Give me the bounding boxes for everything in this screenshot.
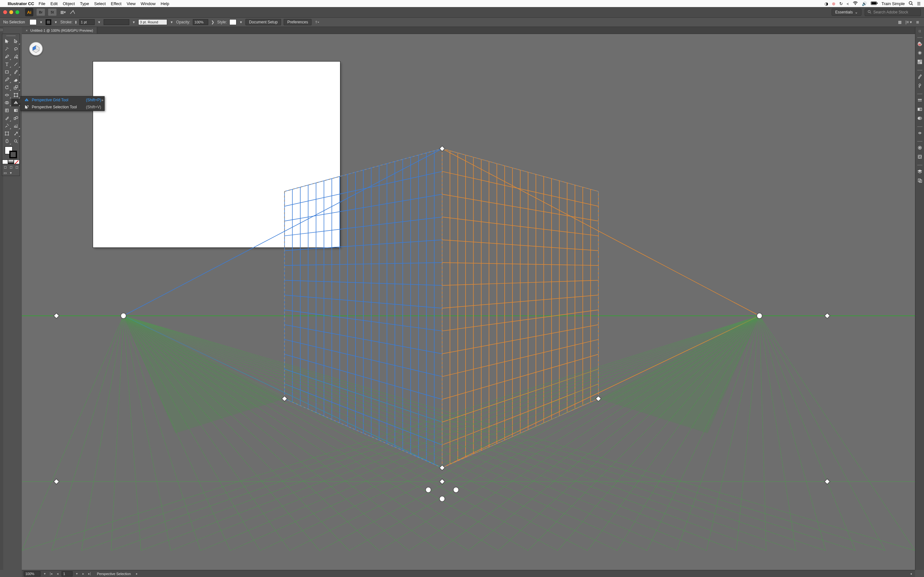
opacity-dropdown[interactable]: ❯ [211,20,215,24]
stroke-color-icon[interactable] [9,151,17,158]
stroke-weight-input[interactable]: 1 pt [79,19,95,25]
preferences-button[interactable]: Preferences [284,19,312,25]
stock-launcher-icon[interactable]: St [48,9,57,16]
svg-point-15 [14,96,15,97]
lasso-tool[interactable] [11,45,20,53]
svg-line-90 [442,263,445,266]
blend-tool[interactable] [11,114,20,122]
flyout-item-shortcut: (Shift+V) [86,105,101,109]
document-setup-button[interactable]: Document Setup [246,19,281,25]
rotate-tool[interactable] [2,83,11,91]
svg-point-14 [17,93,18,93]
fill-stroke-control[interactable] [2,145,19,160]
pen-tool[interactable] [2,53,11,60]
svg-rect-9 [5,71,8,73]
menu-edit[interactable]: Edit [50,1,57,6]
artboard-tool[interactable] [2,129,11,137]
draw-behind-icon[interactable]: ◻ [8,164,14,170]
stroke-weight-dropdown[interactable]: ▾ [97,20,101,24]
screen-mode-dropdown[interactable]: ▾ [8,170,14,176]
magic-wand-tool[interactable] [2,45,11,53]
draw-normal-icon[interactable]: ◻ [2,164,8,170]
zoom-tool[interactable] [11,137,20,145]
shape-builder-tool[interactable] [2,99,11,106]
stroke-swatch[interactable] [45,19,51,25]
app-menu[interactable]: Illustrator CC [8,1,34,6]
stroke-profile-select[interactable] [103,19,129,25]
menu-object[interactable]: Object [63,1,75,6]
slice-tool[interactable] [11,129,20,137]
menu-file[interactable]: File [39,1,45,6]
pencil-tool[interactable] [2,76,11,83]
perspective-tool-flyout: Perspective Grid Tool (Shift+P) ▶ Perspe… [21,96,105,111]
flyout-tearoff-handle[interactable] [18,99,21,103]
color-mode-solid[interactable] [2,160,8,164]
paintbrush-tool[interactable] [11,68,20,76]
stroke-stepper-icon[interactable]: ▴▾ [75,20,77,24]
document-tab[interactable]: × Untitled-1 @ 100% (RGB/GPU Preview) [22,27,97,34]
svg-rect-10 [14,87,16,89]
close-tab-icon[interactable]: × [26,29,27,32]
menu-type[interactable]: Type [80,1,89,6]
menu-help[interactable]: Help [161,1,170,6]
eyedropper-tool[interactable] [2,114,11,122]
zoom-window-button[interactable] [15,10,19,14]
svg-point-24 [14,139,17,142]
selection-tool[interactable] [2,37,11,45]
svg-line-62 [124,149,442,278]
graphic-style-swatch[interactable] [229,19,236,25]
line-segment-tool[interactable] [11,60,20,68]
menu-select[interactable]: Select [94,1,105,6]
hand-tool[interactable] [2,137,11,145]
stroke-profile-dropdown[interactable]: ▾ [132,20,136,24]
minimize-window-button[interactable] [9,10,13,14]
stroke-label: Stroke: [60,20,73,24]
gpu-preview-icon[interactable] [69,9,76,15]
free-transform-tool[interactable] [11,91,20,99]
color-mode-none[interactable] [14,160,19,164]
flyout-item-perspective-grid[interactable]: Perspective Grid Tool (Shift+P) ▶ [21,97,104,103]
svg-point-16 [17,96,18,97]
brush-dropdown[interactable]: ▾ [170,20,174,24]
direct-selection-tool[interactable] [11,37,20,45]
app-titlebar: Ai Br St ▦▾ Essentials ⌄ Search Adobe St… [0,7,445,17]
panel-grip[interactable] [2,34,19,37]
column-graph-tool[interactable] [11,122,20,129]
screen-mode-icon[interactable]: ▭ [2,170,8,176]
scale-tool[interactable] [11,83,20,91]
color-mode-row [2,160,19,164]
fill-dropdown[interactable]: ▾ [39,20,43,24]
canvas-area[interactable] [22,34,445,278]
menu-window[interactable]: Window [141,1,156,6]
document-tab-title: Untitled-1 @ 100% (RGB/GPU Preview) [30,29,93,32]
draw-mode-row: ◻ ◻ ◻ [2,164,19,170]
menu-view[interactable]: View [127,1,136,6]
close-window-button[interactable] [3,10,7,14]
arrange-documents-icon[interactable]: ▦▾ [60,9,66,15]
screen-mode-row: ▭ ▾ [2,170,19,176]
fill-swatch[interactable] [29,19,37,25]
opacity-input[interactable]: 100% [193,19,208,25]
color-mode-gradient[interactable] [8,160,14,164]
brush-definition-select[interactable]: 3 pt. Round [138,19,167,25]
style-label: Style: [217,20,227,24]
gradient-tool[interactable] [11,106,20,114]
rectangle-tool[interactable] [2,68,11,76]
curvature-tool[interactable] [11,53,20,60]
symbol-sprayer-tool[interactable] [2,122,11,129]
stroke-dropdown[interactable]: ▾ [54,20,58,24]
svg-point-8 [16,57,18,58]
draw-inside-icon[interactable]: ◻ [14,164,19,170]
svg-rect-11 [15,85,18,87]
align-to-icon[interactable]: ⫯▾ [314,19,320,25]
style-dropdown[interactable]: ▾ [239,20,243,24]
bridge-launcher-icon[interactable]: Br [37,9,45,16]
width-tool[interactable] [2,91,11,99]
mesh-tool[interactable] [2,106,11,114]
eraser-tool[interactable] [11,76,20,83]
flyout-item-perspective-selection[interactable]: Perspective Selection Tool (Shift+V) [21,103,104,111]
control-bar: No Selection ▾ ▾ Stroke: ▴▾ 1 pt ▾ ▾ 3 p… [0,17,445,27]
plane-switcher-widget[interactable] [29,42,43,56]
type-tool[interactable] [2,60,11,68]
menu-effect[interactable]: Effect [111,1,121,6]
